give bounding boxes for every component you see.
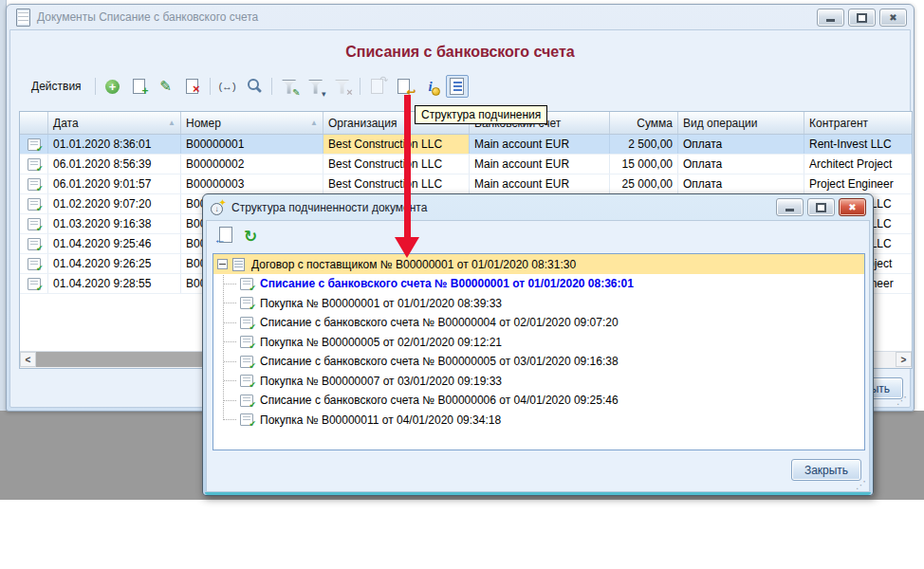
table-row[interactable]: 06.01.2020 8:56:39B00000002Best Construc… <box>20 155 912 174</box>
posted-document-icon <box>28 238 41 250</box>
minimize-icon <box>826 19 835 22</box>
tree-root-label: Договор с поставщиком № B00000001 от 01/… <box>251 258 576 271</box>
cell-contractor: Rent-Invest LLC <box>804 135 913 154</box>
contract-document-icon <box>232 258 245 271</box>
cell-amount: 2 500,00 <box>610 135 678 154</box>
cell-account: Main account EUR <box>470 155 610 174</box>
cell-organization: Best Construction LLC <box>323 155 470 174</box>
tree-item-row[interactable]: Списание с банковского счета № B00000001… <box>213 274 864 294</box>
restore-button[interactable] <box>848 9 876 27</box>
create-based-icon <box>366 75 389 98</box>
dialog-restore-button[interactable] <box>807 198 835 216</box>
resize-grip[interactable]: ⋰ <box>896 395 907 406</box>
tree-item-row[interactable]: Покупка № B00000005 от 02/01/2020 09:12:… <box>213 333 864 353</box>
add-icon[interactable] <box>102 75 124 98</box>
tree-item-row[interactable]: Покупка № B00000001 от 01/01/2020 08:39:… <box>213 294 864 314</box>
table-row[interactable]: 06.01.2020 9:01:57B00000003Best Construc… <box>20 174 912 194</box>
tree-item-row[interactable]: Покупка № B00000011 от 04/01/2020 09:34:… <box>213 411 864 431</box>
posted-document-icon <box>240 317 253 329</box>
column-header-amount[interactable]: Сумма <box>610 112 678 134</box>
subordination-dialog: Структура подчиненности документа ✖ Дого… <box>202 193 874 496</box>
row-status-cell <box>20 254 48 273</box>
copy-icon[interactable] <box>128 75 151 98</box>
information-icon[interactable] <box>419 75 442 98</box>
toolbar-icons <box>100 75 471 98</box>
column-header-contractor[interactable]: Контрагент <box>804 112 913 134</box>
close-icon: ✖ <box>889 13 896 23</box>
tree-item-row[interactable]: Списание с банковского счета № B00000006… <box>213 391 864 411</box>
dialog-minimize-button[interactable] <box>776 198 804 216</box>
tree-connector <box>224 361 236 362</box>
tree-item-row[interactable]: Покупка № B00000007 от 03/01/2020 09:19:… <box>213 372 864 392</box>
tree-item-label: Покупка № B00000001 от 01/01/2020 08:39:… <box>260 297 502 310</box>
main-window-titlebar[interactable]: Документы Списание с банковского счета ✖ <box>7 5 914 29</box>
cell-number: B00000003 <box>181 174 323 193</box>
structure-dialog-icon <box>211 200 225 214</box>
posted-document-icon <box>240 336 253 348</box>
structure-icon[interactable] <box>446 75 469 98</box>
minimize-button[interactable] <box>817 9 844 27</box>
tree-item-label: Покупка № B00000011 от 04/01/2020 09:34:… <box>260 413 501 427</box>
cell-number: B00000001 <box>181 135 323 154</box>
posted-document-icon <box>28 178 41 191</box>
interval-icon[interactable] <box>216 75 239 98</box>
filter-value-icon[interactable] <box>305 75 327 98</box>
cell-date: 06.01.2020 8:56:39 <box>48 155 181 174</box>
column-header-icon[interactable] <box>20 112 48 134</box>
filter-settings-icon[interactable] <box>278 75 301 98</box>
annotation-arrow-head <box>395 237 419 258</box>
annotation-arrow-line <box>404 95 411 239</box>
tree-item-row[interactable]: Списание с банковского счета № B00000005… <box>213 352 864 372</box>
row-status-cell <box>20 274 48 293</box>
dialog-titlebar[interactable]: Структура подчиненности документа ✖ <box>203 194 873 220</box>
dialog-close-action-button[interactable]: Закрыть <box>791 459 861 481</box>
main-window-title: Документы Списание с банковского счета <box>37 10 258 24</box>
goto-document-icon[interactable] <box>213 225 235 248</box>
tree-connector <box>224 341 236 342</box>
column-label: Организация <box>328 117 397 130</box>
cell-date: 01.03.2020 9:16:38 <box>48 214 181 233</box>
close-button[interactable]: ✖ <box>879 9 907 27</box>
refresh-icon[interactable] <box>239 225 262 248</box>
posted-document-icon <box>240 297 253 309</box>
collapse-icon[interactable] <box>217 259 228 269</box>
cell-amount: 25 000,00 <box>610 174 678 193</box>
scroll-left-button[interactable]: < <box>20 352 36 367</box>
column-label: Номер <box>186 117 221 130</box>
cell-contractor: Project Engineer <box>804 174 913 193</box>
column-header-date[interactable]: Дата▲ <box>48 112 181 134</box>
tree-connector <box>224 400 236 401</box>
column-header-number[interactable]: Номер▲ <box>181 112 323 134</box>
cell-account: Main account EUR <box>470 174 610 193</box>
subordination-tree: Договор с поставщиком № B00000001 от 01/… <box>213 253 865 450</box>
column-label: Сумма <box>637 117 673 130</box>
row-status-cell <box>20 234 48 253</box>
dialog-close-button[interactable]: ✖ <box>839 198 866 216</box>
table-row[interactable]: 01.01.2020 8:36:01B00000001Best Construc… <box>20 135 912 155</box>
document-icon <box>16 9 30 27</box>
column-header-operation[interactable]: Вид операции <box>678 112 804 134</box>
toolbar-separator <box>95 78 96 95</box>
delete-icon[interactable] <box>181 75 204 98</box>
tree-item-label: Списание с банковского счета № B00000001… <box>260 277 634 290</box>
cell-organization: Best Construction LLC <box>323 174 470 193</box>
tree-item-label: Списание с банковского счета № B00000006… <box>260 394 619 407</box>
row-status-cell <box>20 135 48 154</box>
scroll-right-button[interactable]: > <box>896 352 912 367</box>
row-status-cell <box>20 214 48 233</box>
tooltip: Структура подчинения <box>415 105 547 124</box>
posted-document-icon <box>240 278 253 290</box>
dialog-resize-grip[interactable]: ⋰ <box>856 480 866 490</box>
find-icon[interactable] <box>243 75 266 98</box>
tree-item-row[interactable]: Списание с банковского счета № B00000004… <box>213 313 864 333</box>
posted-document-icon <box>240 375 253 387</box>
posted-document-icon <box>28 158 41 171</box>
cell-date: 01.02.2020 9:07:20 <box>48 194 181 213</box>
tree-root-row[interactable]: Договор с поставщиком № B00000001 от 01/… <box>213 254 864 274</box>
cell-date: 01.01.2020 8:36:01 <box>48 135 181 154</box>
tree-connector <box>224 419 236 420</box>
actions-menu-button[interactable]: Действия <box>22 76 91 97</box>
minimize-icon <box>785 209 794 211</box>
clear-filter-icon <box>331 75 354 98</box>
edit-icon[interactable] <box>155 75 177 98</box>
